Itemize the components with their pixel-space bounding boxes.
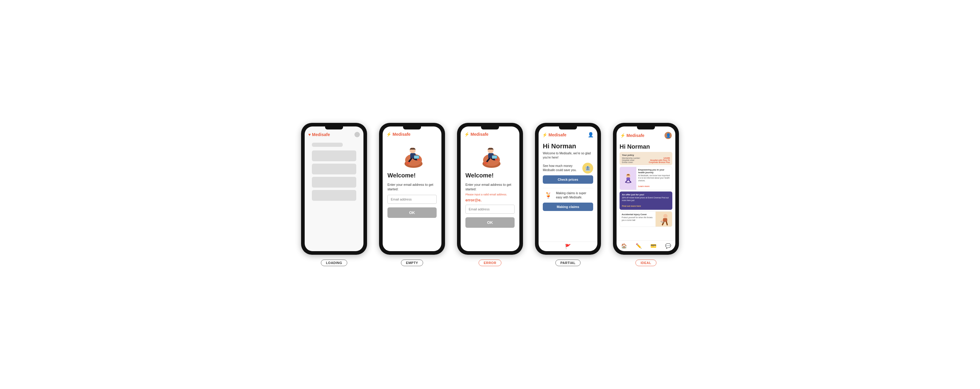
health-journey-illustration bbox=[620, 167, 636, 190]
loading-skeleton-container bbox=[305, 140, 363, 205]
error-label: ERROR bbox=[479, 260, 501, 266]
policy-title: Your policy bbox=[622, 154, 670, 156]
health-journey-desc: At Medisafe, we know how important it is… bbox=[638, 175, 670, 182]
ideal-screen-wrapper: ⚡ Medisafe 👤 Hi Norman Your policy Membe… bbox=[613, 123, 679, 266]
offer-desc: 20% off movie ticket prices at Event Cin… bbox=[622, 197, 670, 202]
empty-welcome-content: Welcome! Enter your email address to get… bbox=[383, 139, 441, 251]
skeleton-bar-5 bbox=[312, 190, 356, 201]
loading-screen-wrapper: ♥ Medisafe LOADING bbox=[301, 123, 367, 266]
policy-membership-row: Membership number: 123456 bbox=[622, 157, 670, 159]
error-email-display: error@e. bbox=[465, 198, 482, 202]
extras-value: Corporate Bronze Plus bbox=[649, 161, 670, 164]
svg-rect-15 bbox=[492, 156, 497, 159]
partial-welcome-msg: Welcome to Medisafe, we're so glad you'r… bbox=[543, 151, 593, 160]
error-hint-text: Please input a valid email address. bbox=[465, 193, 507, 196]
svg-point-20 bbox=[663, 214, 668, 218]
screens-container: ♥ Medisafe LOADING bbox=[301, 123, 679, 266]
partial-phone-inner: ⚡ Medisafe 👤 Hi Norman Welcome to Medisa… bbox=[539, 127, 597, 251]
logo-heartbeat-icon: ⚡ bbox=[542, 132, 547, 137]
empty-logo: ⚡ Medisafe bbox=[386, 132, 410, 137]
ok-button-error[interactable]: OK bbox=[465, 217, 515, 228]
loading-phone-inner: ♥ Medisafe bbox=[305, 127, 363, 251]
savings-piggybank-icon: 🏦 bbox=[582, 163, 593, 173]
svg-rect-18 bbox=[627, 178, 630, 180]
phone-notch bbox=[481, 127, 499, 129]
welcome-subtitle-error: Enter your email address to get started: bbox=[465, 183, 515, 192]
savings-text: See how much money Medisafe could save y… bbox=[543, 164, 582, 172]
check-prices-button[interactable]: Check prices bbox=[543, 175, 593, 184]
nav-edit-icon[interactable]: ✏️ bbox=[634, 243, 644, 249]
person-illustration-error bbox=[475, 142, 505, 169]
claims-cocktail-icon: 🍹 bbox=[543, 190, 554, 201]
learn-more-link[interactable]: Learn more bbox=[638, 185, 649, 187]
avatar-emoji: 👤 bbox=[666, 133, 671, 138]
welcome-title-error: Welcome! bbox=[465, 172, 493, 179]
phone-notch bbox=[637, 127, 655, 129]
membership-value: 123456 bbox=[663, 157, 670, 159]
user-avatar: 👤 bbox=[665, 132, 672, 139]
phone-notch bbox=[325, 127, 343, 129]
partial-label: PARTIAL bbox=[555, 260, 581, 266]
partial-bottom: 🚩 bbox=[539, 241, 597, 251]
logo-heartbeat-icon: ⚡ bbox=[620, 133, 625, 138]
membership-label: Membership number: bbox=[622, 157, 640, 159]
phone-notch bbox=[403, 127, 421, 129]
svg-rect-21 bbox=[663, 218, 667, 222]
find-out-link[interactable]: Find out more here bbox=[622, 205, 641, 207]
logo-heartbeat-icon: ⚡ bbox=[464, 132, 469, 137]
ideal-phone: ⚡ Medisafe 👤 Hi Norman Your policy Membe… bbox=[613, 123, 679, 255]
error-phone: ⚡ Medisafe bbox=[457, 123, 523, 255]
empty-phone-inner: ⚡ Medisafe bbox=[383, 127, 441, 251]
skeleton-bar-4 bbox=[312, 177, 356, 187]
nav-home-icon[interactable]: 🏠 bbox=[619, 243, 629, 249]
flag-icon: 🚩 bbox=[565, 244, 571, 249]
injury-title: Accidental Injury Cover bbox=[622, 213, 654, 216]
error-welcome-content: Welcome! Enter your email address to get… bbox=[461, 139, 519, 251]
svg-rect-7 bbox=[414, 156, 419, 159]
ok-button-empty[interactable]: OK bbox=[387, 207, 437, 218]
policy-hospital-row: Hospital cover: Hospital with Flexi 70 bbox=[622, 159, 670, 161]
email-input-error[interactable] bbox=[465, 205, 515, 214]
welcome-title-empty: Welcome! bbox=[387, 172, 416, 179]
welcome-subtitle-empty: Enter your email address to get started: bbox=[387, 183, 437, 192]
partial-screen-wrapper: ⚡ Medisafe 👤 Hi Norman Welcome to Medisa… bbox=[535, 123, 601, 266]
ideal-logo: ⚡ Medisafe bbox=[620, 133, 644, 138]
nav-card-icon[interactable]: 💳 bbox=[649, 243, 658, 249]
policy-extras-row: Extras cover: Corporate Bronze Plus bbox=[622, 161, 670, 164]
claims-text: Making claims is super easy with Medisaf… bbox=[554, 191, 593, 200]
empty-screen-wrapper: ⚡ Medisafe bbox=[379, 123, 445, 266]
logo-heartbeat-icon: ⚡ bbox=[386, 132, 391, 137]
error-screen-wrapper: ⚡ Medisafe bbox=[457, 123, 523, 266]
partial-content: Hi Norman Welcome to Medisafe, we're so … bbox=[539, 140, 597, 241]
loading-logo: ♥ Medisafe bbox=[308, 132, 330, 137]
logo-text: Medisafe bbox=[549, 132, 566, 137]
partial-greeting: Hi Norman bbox=[543, 142, 593, 150]
claims-card: 🍹 Making claims is super easy with Medis… bbox=[543, 190, 593, 201]
loading-avatar bbox=[355, 132, 360, 137]
empty-phone: ⚡ Medisafe bbox=[379, 123, 445, 255]
error-logo: ⚡ Medisafe bbox=[464, 132, 488, 137]
bottom-navigation: 🏠 ✏️ 💳 💬 bbox=[617, 240, 675, 251]
loading-phone: ♥ Medisafe bbox=[301, 123, 367, 255]
ideal-greeting: Hi Norman bbox=[620, 143, 672, 150]
extras-label: Extras cover: bbox=[622, 161, 633, 164]
nav-chat-icon[interactable]: 💬 bbox=[663, 243, 673, 249]
skeleton-bar-1 bbox=[312, 143, 343, 147]
offer-title: An offer just for you! bbox=[622, 193, 670, 196]
health-journey-card: Empowering you in your health journey At… bbox=[620, 167, 672, 190]
loading-label: LOADING bbox=[321, 260, 347, 266]
ideal-main-content: Hi Norman Your policy Membership number:… bbox=[617, 141, 675, 240]
partial-logo: ⚡ Medisafe bbox=[542, 132, 566, 137]
email-input-empty[interactable] bbox=[387, 195, 437, 204]
logo-text: Medisafe bbox=[471, 132, 488, 137]
skeleton-bar-2 bbox=[312, 151, 356, 161]
phone-notch bbox=[559, 127, 577, 129]
making-claims-button[interactable]: Making claims bbox=[543, 203, 593, 211]
offer-card: An offer just for you! 20% off movie tic… bbox=[620, 192, 672, 210]
injury-text-content: Accidental Injury Cover Protect yourself… bbox=[620, 211, 655, 227]
policy-card: Your policy Membership number: 123456 Ho… bbox=[620, 152, 672, 165]
ideal-phone-inner: ⚡ Medisafe 👤 Hi Norman Your policy Membe… bbox=[617, 127, 675, 251]
error-phone-inner: ⚡ Medisafe bbox=[461, 127, 519, 251]
ideal-label: IDEAL bbox=[635, 260, 656, 266]
injury-illustration bbox=[655, 211, 672, 227]
